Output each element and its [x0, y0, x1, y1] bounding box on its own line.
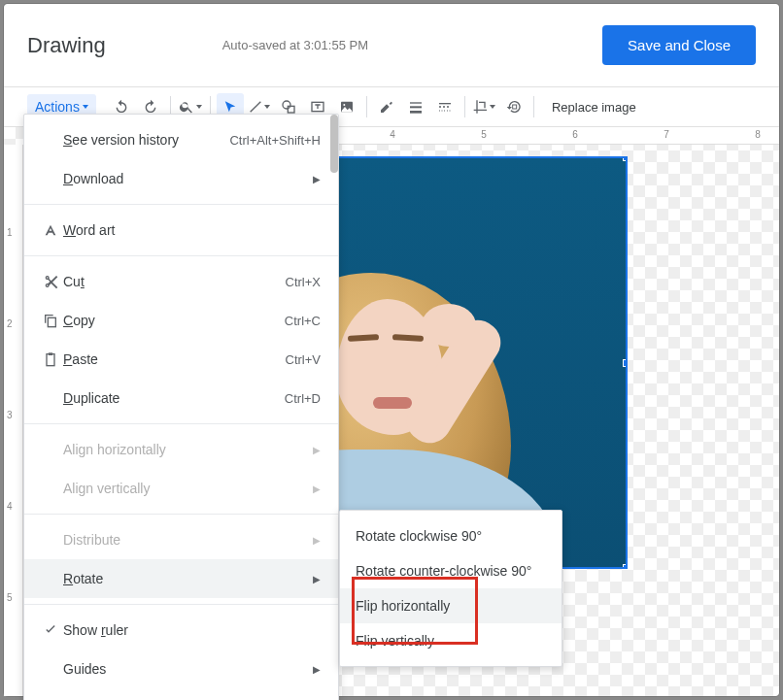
submenu-item-rotate-cw[interactable]: Rotate clockwise 90° — [340, 518, 562, 553]
menu-label: Duplicate — [63, 390, 285, 406]
svg-point-0 — [283, 101, 290, 109]
menu-item-cut[interactable]: Cut Ctrl+X — [24, 262, 338, 301]
menu-item-align-horizontally: Align horizontally ▶ — [24, 430, 338, 469]
ruler-tick: 7 — [664, 129, 669, 140]
copy-icon — [38, 313, 63, 328]
svg-rect-12 — [49, 352, 52, 355]
menu-item-rotate[interactable]: Rotate ▶ — [24, 559, 338, 598]
ruler-tick: 5 — [481, 129, 487, 140]
check-icon — [38, 622, 63, 638]
menu-separator — [24, 514, 338, 515]
menu-label: Paste — [63, 351, 286, 367]
submenu-item-flip-horizontally[interactable]: Flip horizontally — [340, 588, 562, 623]
resize-handle-mr[interactable] — [623, 359, 628, 367]
resize-handle-br[interactable] — [623, 564, 628, 569]
chevron-down-icon — [264, 105, 270, 109]
menu-item-paste[interactable]: Paste Ctrl+V — [24, 340, 338, 379]
wordart-icon — [38, 222, 63, 238]
submenu-item-rotate-ccw[interactable]: Rotate counter-clockwise 90° — [340, 553, 562, 588]
chevron-down-icon — [196, 105, 202, 109]
resize-handle-tr[interactable] — [623, 156, 628, 161]
menu-shortcut: Ctrl+V — [286, 352, 321, 367]
ruler-tick: 5 — [7, 592, 13, 603]
svg-rect-11 — [47, 354, 54, 366]
separator — [366, 96, 367, 117]
ruler-tick: 3 — [7, 410, 13, 420]
menu-label: Distribute — [63, 532, 313, 548]
menu-item-guides[interactable]: Guides ▶ — [24, 650, 338, 688]
svg-rect-5 — [410, 102, 422, 103]
svg-rect-6 — [410, 106, 422, 108]
menu-separator — [24, 423, 338, 424]
submenu-arrow-icon: ▶ — [313, 445, 321, 455]
separator — [464, 96, 465, 117]
svg-rect-8 — [439, 103, 451, 104]
actions-menu: See version history Ctrl+Alt+Shift+H Dow… — [23, 114, 339, 700]
menu-label: Align horizontally — [63, 442, 313, 457]
submenu-arrow-icon: ▶ — [313, 483, 321, 494]
autosave-status: Auto-saved at 3:01:55 PM — [222, 38, 602, 52]
vertical-ruler: 1 2 3 4 5 — [4, 145, 23, 696]
menu-item-show-ruler[interactable]: Show ruler — [24, 611, 338, 650]
chevron-down-icon — [490, 105, 495, 109]
menu-item-download[interactable]: Download ▶ — [24, 159, 338, 198]
replace-image-button[interactable]: Replace image — [540, 100, 648, 115]
ruler-tick: 4 — [7, 501, 13, 512]
menu-label: Show ruler — [63, 622, 321, 638]
separator — [533, 96, 534, 117]
actions-label: Actions — [35, 99, 80, 115]
submenu-arrow-icon: ▶ — [313, 664, 321, 675]
menu-shortcut: Ctrl+C — [285, 314, 321, 328]
menu-label: Rotate — [63, 571, 313, 586]
save-and-close-button[interactable]: Save and Close — [602, 25, 756, 65]
ruler-tick: 4 — [390, 129, 395, 140]
ruler-tick: 6 — [572, 129, 578, 140]
svg-rect-10 — [48, 317, 55, 326]
reset-image-button[interactable] — [500, 93, 528, 120]
menu-label: Align vertically — [63, 481, 313, 496]
menu-separator — [24, 255, 338, 256]
menu-item-align-vertically: Align vertically ▶ — [24, 469, 338, 508]
svg-rect-7 — [410, 111, 422, 114]
chevron-down-icon — [83, 105, 88, 109]
menu-item-duplicate[interactable]: Duplicate Ctrl+D — [24, 379, 338, 417]
svg-rect-9 — [513, 105, 517, 109]
scissors-icon — [38, 274, 63, 289]
menu-label: See version history — [63, 132, 229, 148]
dialog-header: Drawing Auto-saved at 3:01:55 PM Save an… — [4, 4, 779, 87]
menu-shortcut: Ctrl+X — [286, 275, 321, 289]
submenu-arrow-icon: ▶ — [313, 535, 321, 546]
ruler-tick: 1 — [7, 227, 13, 238]
dialog-title: Drawing — [27, 33, 106, 58]
submenu-arrow-icon: ▶ — [313, 174, 321, 184]
border-color-button[interactable] — [373, 93, 400, 120]
menu-item-distribute: Distribute ▶ — [24, 520, 338, 559]
menu-label: Cut — [63, 274, 286, 289]
clipboard-icon — [38, 351, 63, 367]
border-weight-button[interactable] — [402, 93, 429, 120]
border-dash-button[interactable] — [431, 93, 459, 120]
rotate-submenu: Rotate clockwise 90° Rotate counter-cloc… — [339, 510, 562, 667]
svg-point-4 — [343, 104, 345, 106]
menu-separator — [24, 604, 338, 605]
ruler-tick: 2 — [7, 318, 13, 329]
menu-shortcut: Ctrl+D — [285, 391, 321, 406]
menu-item-snap-to[interactable]: Snap to (X) ▶ — [24, 688, 338, 700]
menu-scrollbar[interactable] — [330, 115, 338, 173]
submenu-item-flip-vertically[interactable]: Flip vertically — [340, 623, 562, 658]
menu-item-word-art[interactable]: Word art — [24, 211, 338, 250]
submenu-arrow-icon: ▶ — [313, 574, 321, 584]
menu-label: Guides — [63, 661, 313, 677]
menu-label: Download — [63, 171, 313, 186]
menu-label: Copy — [63, 313, 285, 328]
menu-separator — [24, 204, 338, 205]
menu-item-copy[interactable]: Copy Ctrl+C — [24, 301, 338, 340]
crop-button[interactable] — [471, 93, 498, 120]
menu-label: Word art — [63, 222, 321, 238]
ruler-tick: 8 — [755, 129, 761, 140]
svg-rect-1 — [288, 106, 294, 113]
menu-shortcut: Ctrl+Alt+Shift+H — [229, 133, 321, 148]
menu-item-version-history[interactable]: See version history Ctrl+Alt+Shift+H — [24, 120, 338, 159]
